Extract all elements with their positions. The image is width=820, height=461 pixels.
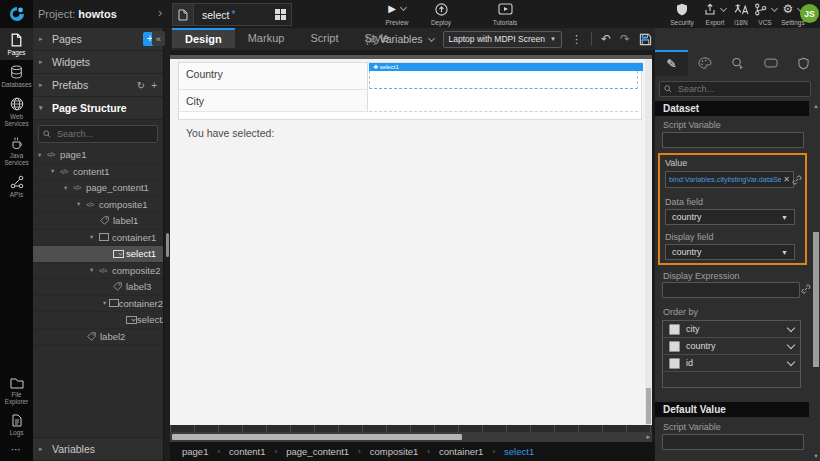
order-by-option-city[interactable]: city [663,321,800,338]
tree-node-container1[interactable]: ▾container1 [33,230,163,247]
rail-item-file-explorer[interactable]: File Explorer [0,372,33,409]
selected-widget-tag[interactable]: ✚ select1 [369,63,643,71]
breadcrumb-container1[interactable]: container1 [439,446,483,457]
scroll-right-arrow-icon: ▸ [646,433,650,441]
breadcrumb-select1[interactable]: select1 [504,446,534,457]
section-pages[interactable]: ▸ Pages + [33,28,163,51]
breadcrumb-content1[interactable]: content1 [229,446,265,457]
rail-item-pages[interactable]: Pages [0,28,33,60]
tree-node-label2[interactable]: label2 [33,329,163,346]
tutorials-button[interactable]: Tutorials [484,3,526,26]
branch-icon [754,3,767,16]
scrollbar-thumb [813,232,819,367]
select2-widget[interactable] [369,90,638,112]
variables-dropdown[interactable]: {x} Variables [365,33,433,45]
redo-icon[interactable]: ↷ [620,32,630,46]
default-script-variable-input[interactable] [662,434,804,450]
refresh-icon[interactable]: ↻ [137,80,145,91]
tag-icon [87,332,96,341]
rail-item-apis[interactable]: APIs [0,170,33,202]
tree-node-page1[interactable]: ▾</>page1 [33,147,163,164]
bind-link-icon[interactable] [792,175,802,185]
tab-script[interactable]: Script [297,28,351,48]
structure-search-input[interactable] [55,128,153,140]
section-page-structure[interactable]: ▾ Page Structure [33,97,163,120]
breadcrumb-page1[interactable]: page1 [182,446,208,457]
tab-design[interactable]: Design [172,28,235,48]
tab-markup[interactable]: Markup [235,28,298,48]
tree-node-select2[interactable]: select2 [33,312,163,329]
section-variables[interactable]: ▸ Variables [33,437,163,461]
tag-icon [113,282,122,291]
tab-events[interactable] [721,50,754,76]
tree-node-label1[interactable]: label1 [33,213,163,230]
form-label-city[interactable]: City [179,90,368,112]
wavemaker-logo[interactable] [0,0,33,28]
breadcrumb-separator-icon: › [492,447,495,456]
checkbox-unchecked[interactable] [669,358,680,369]
tab-devices[interactable] [754,50,787,76]
tree-node-content1[interactable]: ▾</>content1 [33,164,163,181]
collapse-left-panel-button[interactable]: « [152,31,165,46]
rail-more-icon[interactable]: ⋯ [11,440,22,461]
properties-search-input[interactable] [676,83,806,95]
add-prefab-icon[interactable]: + [151,80,157,91]
properties-panel: ✎ Dataset Script Variable Value bind: [655,28,820,461]
wavemaker-studio: Project: howtos › select * ▶ Preview Dep… [0,0,820,461]
expand-canvas-button[interactable]: » [641,31,648,45]
breadcrumb-composite1[interactable]: composite1 [370,446,419,457]
breadcrumb-separator-icon: › [427,447,430,456]
tree-node-label3[interactable]: label3 [33,279,163,296]
grid-view-icon[interactable] [275,9,286,20]
rail-item-databases[interactable]: Databases [0,60,33,92]
breadcrumb: page1› content1› page_content1› composit… [170,442,655,461]
rail-item-web-services[interactable]: Web Services [0,92,33,131]
data-field-select[interactable]: country▼ [665,209,795,225]
more-options-icon[interactable]: ⋮ [571,33,582,46]
collapsed-arrow-icon: ▸ [39,445,46,453]
deploy-button[interactable]: Deploy [424,3,458,26]
design-toolbar: DesignMarkupScriptStyle {x} Variables La… [170,28,655,51]
rail-item-java-services[interactable]: Java Services [0,131,33,170]
form-label-country[interactable]: Country [179,63,368,90]
tree-node-composite1[interactable]: ▾</>composite1 [33,197,163,214]
breadcrumb-page-content1[interactable]: page_content1 [286,446,349,457]
page-structure-tree: ▾</>page1 ▾</>content1 ▾</>page_content1… [33,147,163,437]
order-by-option-country[interactable]: country [663,338,800,355]
wavemaker-logo-icon [9,6,25,22]
display-expression-input[interactable] [662,282,800,298]
tree-node-composite2[interactable]: ▾</>composite2 [33,263,163,280]
device-selector[interactable]: Laptop with MDPI Screen▼ [443,31,562,48]
undo-icon[interactable]: ↶ [601,32,611,46]
preview-button[interactable]: ▶ Preview [378,3,416,26]
checkbox-unchecked[interactable] [669,324,680,335]
tree-node-select1[interactable]: select1 [33,246,163,263]
properties-search[interactable] [659,81,811,97]
clear-binding-icon[interactable]: ✕ [783,175,790,184]
palette-icon [698,57,712,69]
tab-properties[interactable]: ✎ [655,50,688,76]
tree-node-page-content1[interactable]: ▾</>page_content1 [33,180,163,197]
section-widgets[interactable]: ▸ Widgets [33,51,163,74]
tab-security[interactable] [787,50,820,76]
bind-link-icon[interactable] [801,284,811,294]
section-prefabs[interactable]: ▸ Prefabs ↻ + [33,74,163,97]
security-button[interactable]: Security [664,3,700,26]
open-page-tab[interactable]: select * [172,3,292,26]
select1-widget[interactable] [369,71,638,89]
value-binding-input[interactable]: bind:Variables.citylistingVar.dataSet ✕ [665,171,794,188]
structure-search[interactable] [38,125,158,143]
rail-item-logs[interactable]: Logs [0,409,33,440]
tree-node-container2[interactable]: ▾container2 [33,296,163,313]
order-by-option-id[interactable]: id [663,355,800,372]
script-variable-input[interactable] [662,132,804,148]
canvas-vertical-scrollbar[interactable] [645,59,652,425]
canvas-horizontal-scrollbar[interactable]: ▸ [170,432,652,442]
tab-styles[interactable] [688,50,721,76]
page-canvas[interactable]: Country City ✚ select1 You have selected… [170,59,652,425]
display-field-select[interactable]: country▼ [665,244,795,260]
logs-icon [11,414,23,427]
properties-scrollbar[interactable]: ▲ ▼ [812,101,820,461]
user-avatar[interactable]: JS [800,4,819,23]
checkbox-unchecked[interactable] [669,341,680,352]
